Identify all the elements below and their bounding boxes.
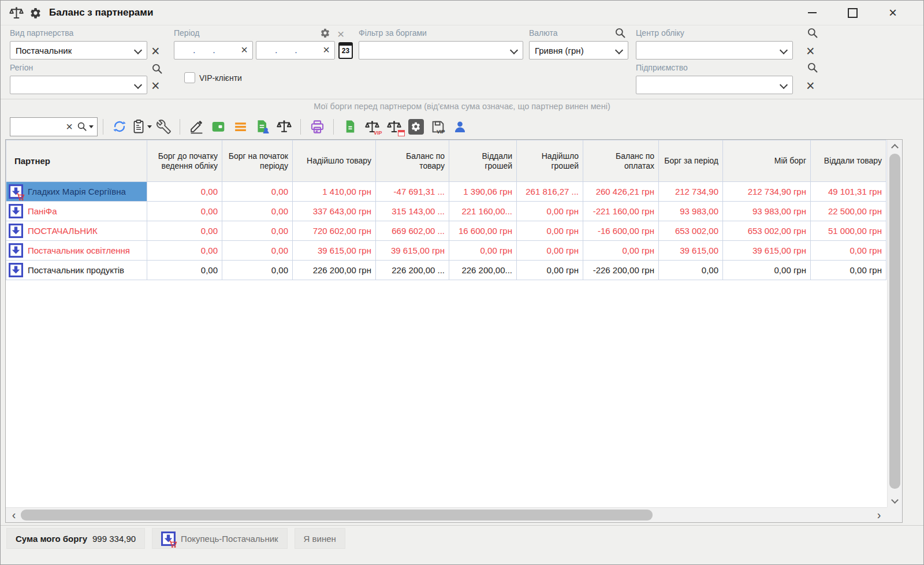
close-button[interactable]: × bbox=[881, 3, 905, 23]
table-row[interactable]: Постачальник освітлення0,000,0039 615,00… bbox=[6, 241, 886, 261]
value-cell[interactable]: 0,00 грн bbox=[449, 241, 517, 261]
partner-cell[interactable]: ПаніФа bbox=[6, 202, 147, 221]
value-cell[interactable]: -47 691,31 ... bbox=[376, 182, 449, 202]
value-cell[interactable]: 93 983,00 bbox=[659, 202, 723, 221]
value-cell[interactable]: 1 390,06 грн bbox=[449, 182, 517, 202]
clear-region-icon[interactable]: × bbox=[151, 79, 160, 93]
value-cell[interactable]: 39 615,00 грн bbox=[376, 241, 449, 261]
value-cell[interactable]: 221 160,00... bbox=[449, 202, 517, 221]
search-icon[interactable] bbox=[77, 121, 94, 132]
value-cell[interactable]: 226 200,00 грн bbox=[293, 261, 376, 280]
list-button[interactable] bbox=[230, 117, 250, 136]
value-cell[interactable]: 0,00 bbox=[222, 202, 293, 221]
partner-card-button[interactable] bbox=[450, 117, 470, 136]
accounting-center-search-icon[interactable] bbox=[807, 27, 818, 41]
clear-date-from-icon[interactable]: × bbox=[241, 44, 252, 57]
vip-balance-button[interactable]: VIP bbox=[362, 117, 382, 136]
payments-button[interactable] bbox=[208, 117, 228, 136]
tools-button[interactable] bbox=[154, 117, 173, 136]
value-cell[interactable]: 653 002,00 bbox=[659, 221, 723, 241]
value-cell[interactable]: 49 101,31 грн bbox=[811, 182, 886, 202]
column-header[interactable]: Борг до початку ведення обліку bbox=[147, 140, 222, 182]
value-cell[interactable]: 0,00 bbox=[147, 202, 222, 221]
value-cell[interactable]: 315 143,00 ... bbox=[376, 202, 449, 221]
value-cell[interactable]: 0,00 грн bbox=[517, 202, 583, 221]
column-header[interactable]: Надійшло товару bbox=[293, 140, 376, 182]
debt-filter-select[interactable] bbox=[359, 41, 523, 60]
refresh-button[interactable] bbox=[110, 117, 129, 136]
period-settings-icon[interactable] bbox=[320, 28, 330, 40]
clear-date-to-icon[interactable]: × bbox=[323, 44, 334, 57]
table-row[interactable]: ПаніФа0,000,00337 643,00 грн315 143,00 .… bbox=[6, 202, 886, 221]
accounting-center-select[interactable] bbox=[636, 41, 793, 60]
edit-button[interactable] bbox=[187, 117, 206, 136]
table-row[interactable]: Гладких Марія Сергіївна0,000,001 410,00 … bbox=[6, 182, 886, 202]
partner-cell[interactable]: ПОСТАЧАЛЬНИК bbox=[6, 221, 147, 241]
print-button[interactable] bbox=[307, 117, 327, 136]
date-to-field[interactable]: . . × bbox=[256, 41, 335, 60]
scroll-down-button[interactable] bbox=[888, 495, 902, 507]
value-cell[interactable]: 0,00 bbox=[222, 182, 293, 202]
value-cell[interactable]: 39 615,00 грн bbox=[293, 241, 376, 261]
table-row[interactable]: ПОСТАЧАЛЬНИК0,000,00720 602,00 грн669 60… bbox=[6, 221, 886, 241]
minimize-button[interactable] bbox=[800, 3, 824, 23]
value-cell[interactable]: 261 816,27 ... bbox=[517, 182, 583, 202]
value-cell[interactable]: 39 615,00 грн bbox=[723, 241, 811, 261]
partner-cell[interactable]: Гладких Марія Сергіївна bbox=[6, 182, 147, 202]
value-cell[interactable]: 0,00 bbox=[222, 241, 293, 261]
value-cell[interactable]: 226 200,00... bbox=[449, 261, 517, 280]
value-cell[interactable]: -226 200,00 грн bbox=[583, 261, 659, 280]
value-cell[interactable]: 0,00 bbox=[147, 241, 222, 261]
partnership-type-select[interactable]: Постачальник bbox=[10, 41, 147, 60]
settings-button[interactable] bbox=[406, 117, 426, 136]
value-cell[interactable]: 260 426,21 грн bbox=[583, 182, 659, 202]
enterprise-search-icon[interactable] bbox=[807, 62, 818, 76]
clear-period-icon[interactable]: × bbox=[337, 27, 344, 41]
scroll-right-button[interactable]: › bbox=[872, 508, 886, 522]
balance-calendar-button[interactable] bbox=[384, 117, 404, 136]
horizontal-scroll-thumb[interactable] bbox=[21, 510, 653, 521]
column-header[interactable]: Віддали грошей bbox=[449, 140, 517, 182]
calendar-button[interactable]: 23 bbox=[338, 42, 353, 59]
balance-button[interactable] bbox=[274, 117, 294, 136]
date-from-field[interactable]: . . × bbox=[174, 41, 253, 60]
column-header[interactable]: Партнер bbox=[6, 140, 147, 182]
horizontal-scrollbar[interactable]: ‹ › bbox=[6, 507, 887, 522]
clear-enterprise-icon[interactable]: × bbox=[806, 79, 815, 93]
value-cell[interactable]: 653 002,00 грн bbox=[723, 221, 811, 241]
vertical-scroll-thumb[interactable] bbox=[889, 154, 900, 489]
value-cell[interactable]: 0,00 bbox=[222, 221, 293, 241]
value-cell[interactable]: 0,00 грн bbox=[811, 261, 886, 280]
vip-checkbox[interactable] bbox=[184, 72, 195, 83]
value-cell[interactable]: 51 000,00 грн bbox=[811, 221, 886, 241]
clear-partnership-type-icon[interactable]: × bbox=[151, 44, 160, 58]
value-cell[interactable]: 0,00 грн bbox=[517, 261, 583, 280]
clear-accounting-center-icon[interactable]: × bbox=[806, 44, 815, 58]
value-cell[interactable]: -221 160,00 грн bbox=[583, 202, 659, 221]
save-vip-button[interactable]: VIP bbox=[428, 117, 448, 136]
maximize-button[interactable] bbox=[840, 3, 865, 23]
value-cell[interactable]: 0,00 bbox=[659, 261, 723, 280]
column-header[interactable]: Борг на початок періоду bbox=[222, 140, 293, 182]
table-row[interactable]: Постачальник продуктів0,000,00226 200,00… bbox=[6, 261, 886, 280]
currency-search-icon[interactable] bbox=[614, 27, 626, 41]
value-cell[interactable]: 0,00 bbox=[222, 261, 293, 280]
report-menu-button[interactable] bbox=[132, 117, 151, 136]
export-button[interactable] bbox=[340, 117, 360, 136]
value-cell[interactable]: 0,00 bbox=[147, 221, 222, 241]
value-cell[interactable]: 212 734,90 bbox=[659, 182, 723, 202]
value-cell[interactable]: 39 615,00 bbox=[659, 241, 723, 261]
vertical-scrollbar[interactable] bbox=[887, 140, 902, 507]
value-cell[interactable]: 0,00 грн bbox=[811, 241, 886, 261]
value-cell[interactable]: 0,00 bbox=[147, 182, 222, 202]
column-header[interactable]: Баланс по оплатах bbox=[583, 140, 659, 182]
column-header[interactable]: Мій борг bbox=[723, 140, 811, 182]
column-header[interactable]: Надійшло грошей bbox=[517, 140, 583, 182]
value-cell[interactable]: 669 602,00 ... bbox=[376, 221, 449, 241]
value-cell[interactable]: 16 600,00 грн bbox=[449, 221, 517, 241]
value-cell[interactable]: 720 602,00 грн bbox=[293, 221, 376, 241]
value-cell[interactable]: 226 200,00 ... bbox=[376, 261, 449, 280]
region-search-icon[interactable] bbox=[151, 63, 163, 77]
region-select[interactable] bbox=[10, 76, 147, 94]
value-cell[interactable]: 22 500,00 грн bbox=[811, 202, 886, 221]
